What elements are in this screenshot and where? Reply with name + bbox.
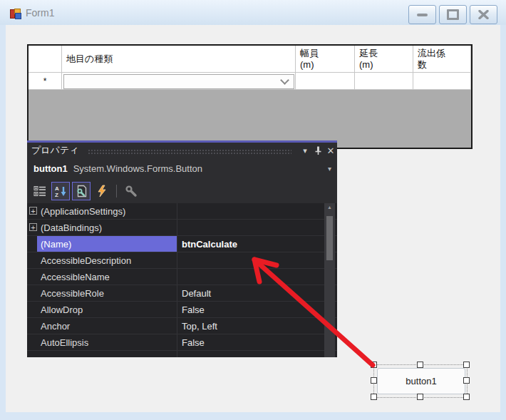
scrollbar-thumb[interactable]: [326, 216, 333, 260]
minimize-button[interactable]: [408, 5, 436, 24]
resize-handle-middle-right[interactable]: [463, 377, 470, 384]
toolbar-separator: [116, 185, 117, 198]
caption-buttons: [408, 5, 497, 24]
pin-icon[interactable]: [311, 145, 324, 156]
property-pages-button: [122, 182, 140, 200]
property-name: (ApplicationSettings): [27, 203, 177, 219]
property-value[interactable]: btnCalculate: [177, 236, 337, 252]
close-button[interactable]: [470, 5, 497, 24]
property-value[interactable]: False: [177, 334, 337, 350]
property-row[interactable]: Anchor Top, Left: [27, 318, 337, 334]
scroll-up-icon[interactable]: ▲: [324, 205, 335, 210]
property-row[interactable]: AllowDrop False: [27, 302, 337, 318]
column-header-land-type[interactable]: 地目の種類: [62, 46, 296, 73]
properties-title: プロパティ: [31, 144, 79, 157]
window-title: Form1: [26, 7, 54, 19]
selected-object-name: button1: [33, 163, 68, 174]
categorized-icon: [33, 185, 46, 198]
categorized-button[interactable]: [31, 182, 49, 200]
properties-view-icon: [75, 185, 88, 198]
property-value[interactable]: [177, 252, 337, 268]
properties-scrollbar[interactable]: ▲: [324, 203, 335, 357]
resize-handle-bottom-left[interactable]: [371, 394, 377, 400]
property-row[interactable]: AccessibleRole Default: [27, 285, 337, 302]
column-header-width[interactable]: 幅員 (m): [296, 46, 355, 73]
column-header-runoff-coefficient[interactable]: 流出係 数: [413, 46, 471, 73]
svg-text:Z: Z: [55, 192, 58, 198]
property-name: AccessibleRole: [27, 285, 177, 301]
maximize-icon: [447, 9, 459, 20]
property-name: (DataBindings): [27, 220, 177, 235]
events-button[interactable]: [93, 182, 111, 200]
property-row[interactable]: + (DataBindings): [27, 220, 337, 236]
property-name: AutoEllipsis: [27, 334, 177, 350]
chevron-down-icon: [280, 76, 289, 85]
minimize-icon: [417, 14, 428, 16]
grid-cell-length[interactable]: [355, 73, 413, 90]
properties-titlebar: プロパティ ▾ ✕: [27, 143, 337, 158]
object-dropdown-icon: ▾: [328, 165, 331, 173]
properties-toolbar: A Z: [27, 178, 337, 203]
property-pages-icon: [125, 185, 138, 198]
expand-icon[interactable]: +: [29, 207, 37, 215]
property-value[interactable]: [177, 203, 337, 219]
events-icon: [95, 185, 108, 198]
property-row-name-selected[interactable]: (Name) btnCalculate: [27, 236, 337, 252]
property-value[interactable]: False: [177, 302, 337, 317]
resize-handle-top-right[interactable]: [463, 362, 470, 368]
column-header-length[interactable]: 延長 (m): [355, 46, 413, 73]
datagridview: 地目の種類 幅員 (m) 延長 (m) 流出係 数 *: [27, 44, 473, 149]
property-row[interactable]: + (ApplicationSettings): [27, 203, 337, 220]
property-name: (Name): [27, 236, 177, 252]
land-type-combobox[interactable]: [63, 74, 294, 89]
grid-cell-width[interactable]: [296, 73, 355, 90]
close-icon: [478, 10, 489, 19]
expand-icon[interactable]: +: [29, 223, 37, 231]
object-selector[interactable]: button1 System.Windows.Forms.Button ▾: [27, 158, 337, 178]
grid-corner-header: [29, 46, 62, 73]
button1-control[interactable]: button1: [377, 368, 465, 394]
resize-handle-top-middle[interactable]: [417, 362, 423, 368]
property-value[interactable]: [177, 269, 337, 285]
property-value[interactable]: [177, 220, 337, 235]
window-position-icon[interactable]: ▾: [299, 146, 311, 155]
alphabetical-button[interactable]: A Z: [51, 182, 70, 200]
window-titlebar: Form1: [0, 0, 506, 25]
close-panel-icon[interactable]: ✕: [324, 145, 337, 156]
property-name: AllowDrop: [27, 302, 177, 317]
property-value[interactable]: Default: [177, 285, 337, 301]
selected-object-type: System.Windows.Forms.Button: [73, 163, 202, 174]
maximize-button[interactable]: [439, 5, 467, 24]
svg-text:A: A: [55, 185, 59, 192]
resize-handle-top-left[interactable]: [371, 362, 377, 368]
form-icon: [9, 7, 21, 19]
grid-cell-runoff[interactable]: [413, 73, 471, 90]
form1-window: Form1 地目の種類 幅員 (m) 延長 (m) 流出係 数 *: [0, 0, 506, 420]
properties-panel: プロパティ ▾ ✕ button1 System.Windows.Forms.B…: [27, 140, 337, 357]
resize-handle-middle-left[interactable]: [371, 377, 377, 384]
grid-cell-land-type: [62, 73, 296, 90]
resize-handle-bottom-middle[interactable]: [417, 394, 423, 400]
property-row[interactable]: AccessibleName: [27, 269, 337, 285]
properties-view-button[interactable]: [72, 182, 91, 200]
alphabetical-icon: A Z: [54, 185, 67, 198]
resize-handle-bottom-right[interactable]: [463, 394, 470, 400]
property-row[interactable]: AccessibleDescription: [27, 252, 337, 269]
property-name: Anchor: [27, 318, 177, 334]
property-value[interactable]: Top, Left: [177, 318, 337, 334]
property-row-partial: [27, 351, 337, 357]
property-name: AccessibleDescription: [27, 252, 177, 268]
property-name: AccessibleName: [27, 269, 177, 285]
new-row-header: *: [29, 73, 62, 90]
drag-grip[interactable]: [88, 149, 291, 155]
property-row[interactable]: AutoEllipsis False: [27, 334, 337, 351]
properties-grid: + (ApplicationSettings) + (DataBindings)…: [27, 203, 337, 357]
